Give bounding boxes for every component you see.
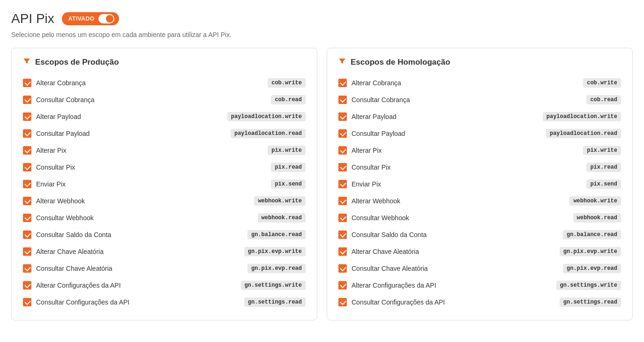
scope-left: Enviar Pix (338, 180, 381, 188)
scope-checkbox[interactable] (338, 180, 347, 188)
scope-left: Consultar Chave Aleatória (338, 264, 428, 273)
scope-checkbox[interactable] (338, 163, 347, 171)
scope-name: Consultar Saldo da Conta (352, 231, 427, 238)
scope-tag: pix.send (586, 179, 621, 189)
toggle-switch[interactable] (98, 14, 114, 23)
scope-tag: webhook.write (254, 196, 306, 206)
scope-checkbox[interactable] (338, 247, 347, 256)
scope-tag: gn.balance.read (247, 230, 306, 239)
scope-checkbox[interactable] (23, 197, 31, 205)
scope-row: Alterar Payloadpayloadlocation.write (23, 108, 306, 125)
scope-row: Alterar Payloadpayloadlocation.write (338, 108, 621, 125)
scope-checkbox[interactable] (338, 197, 347, 205)
scope-checkbox[interactable] (23, 298, 31, 306)
scope-left: Alterar Payload (338, 112, 397, 121)
scope-checkbox[interactable] (338, 264, 347, 273)
scope-row: Consultar Saldo da Contagn.balance.read (23, 226, 306, 243)
panels-container: Escopos de ProduçãoAlterar Cobrançacob.w… (11, 48, 633, 320)
scope-tag: cob.write (268, 78, 306, 88)
scope-row: Consultar Webhookwebhook.read (338, 209, 621, 226)
scope-tag: payloadlocation.write (543, 112, 621, 121)
scope-left: Consultar Cobrança (23, 96, 95, 104)
scope-row: Alterar Chave Aleatóriagn.pix.evp.write (338, 243, 621, 260)
scope-checkbox[interactable] (23, 146, 31, 155)
scope-checkbox[interactable] (338, 214, 347, 222)
scope-left: Consultar Saldo da Conta (338, 230, 427, 239)
scope-row: Alterar Chave Aleatóriagn.pix.evp.write (23, 243, 306, 260)
scope-checkbox[interactable] (23, 163, 31, 171)
scope-left: Alterar Payload (23, 112, 81, 121)
panel-production-header: Escopos de Produção (23, 58, 306, 67)
scope-row: Consultar Cobrançacob.read (23, 91, 306, 108)
scope-left: Alterar Pix (338, 146, 382, 155)
scope-row: Alterar Configurações da APIgn.settings.… (23, 277, 306, 294)
scope-name: Alterar Webhook (36, 197, 85, 205)
scope-name: Consultar Webhook (352, 214, 409, 222)
scope-checkbox[interactable] (23, 214, 31, 222)
scope-name: Alterar Cobrança (352, 79, 401, 87)
scope-checkbox[interactable] (23, 264, 31, 273)
scope-tag: gn.balance.read (563, 230, 621, 239)
scope-checkbox[interactable] (23, 79, 31, 87)
panel-homologation: Escopos de HomologaçãoAlterar Cobrançaco… (327, 48, 633, 320)
scope-checkbox[interactable] (23, 180, 31, 188)
scope-row: Consultar Configurações da APIgn.setting… (23, 294, 306, 311)
scope-tag: gn.pix.evp.read (563, 264, 621, 273)
scope-checkbox[interactable] (338, 281, 347, 290)
scope-left: Consultar Payload (23, 129, 90, 138)
scope-left: Consultar Cobrança (338, 96, 410, 104)
scope-tag: payloadlocation.read (231, 129, 306, 138)
scope-row: Consultar Payloadpayloadlocation.read (338, 125, 621, 142)
scope-checkbox[interactable] (23, 129, 31, 138)
scope-tag: pix.read (586, 163, 621, 172)
page-subtitle: Selecione pelo menos um escopo em cada a… (11, 31, 633, 38)
scope-row: Enviar Pixpix.send (338, 176, 621, 193)
scope-left: Alterar Cobrança (23, 79, 86, 87)
scope-checkbox[interactable] (338, 112, 347, 121)
scope-row: Consultar Configurações da APIgn.setting… (338, 294, 621, 311)
scope-checkbox[interactable] (338, 230, 347, 239)
panel-production: Escopos de ProduçãoAlterar Cobrançacob.w… (11, 48, 317, 320)
scope-tag: gn.pix.evp.write (244, 247, 306, 256)
scope-name: Enviar Pix (36, 180, 66, 188)
scope-name: Alterar Chave Aleatória (36, 248, 104, 255)
scope-checkbox[interactable] (338, 79, 347, 87)
scope-left: Enviar Pix (23, 180, 66, 188)
scope-row: Consultar Chave Aleatóriagn.pix.evp.read (23, 260, 306, 277)
scope-checkbox[interactable] (23, 112, 31, 121)
scope-checkbox[interactable] (338, 298, 347, 306)
page-header: API Pix ATIVADO (11, 11, 633, 26)
scope-left: Alterar Webhook (23, 197, 85, 205)
scope-name: Alterar Configurações da API (36, 282, 121, 289)
page-title: API Pix (11, 11, 54, 26)
scope-left: Alterar Configurações da API (23, 281, 121, 290)
scope-row: Alterar Cobrançacob.write (23, 74, 306, 91)
scope-left: Consultar Webhook (338, 214, 409, 222)
scope-row: Alterar Webhookwebhook.write (23, 193, 306, 209)
scope-tag: cob.read (271, 95, 306, 104)
scope-checkbox[interactable] (23, 247, 31, 256)
filter-icon (23, 58, 30, 67)
scope-name: Alterar Webhook (352, 197, 400, 205)
scope-tag: webhook.write (569, 196, 621, 206)
filter-icon (338, 58, 346, 67)
panel-homologation-title: Escopos de Homologação (351, 58, 450, 67)
scope-checkbox[interactable] (338, 96, 347, 104)
scope-left: Alterar Pix (23, 146, 67, 155)
scope-checkbox[interactable] (23, 230, 31, 239)
scope-name: Consultar Chave Aleatória (352, 265, 428, 272)
scope-left: Consultar Saldo da Conta (23, 230, 111, 239)
status-label: ATIVADO (68, 15, 95, 22)
scope-checkbox[interactable] (338, 129, 347, 138)
scope-row: Consultar Payloadpayloadlocation.read (23, 125, 306, 142)
scope-name: Consultar Pix (36, 164, 75, 171)
scope-left: Consultar Configurações da API (338, 298, 445, 306)
scope-left: Consultar Webhook (23, 214, 94, 222)
panel-homologation-header: Escopos de Homologação (338, 58, 621, 67)
scope-row: Consultar Saldo da Contagn.balance.read (338, 226, 621, 243)
status-badge-toggle[interactable]: ATIVADO (62, 12, 119, 25)
scope-checkbox[interactable] (338, 146, 347, 155)
scope-checkbox[interactable] (23, 96, 31, 104)
scope-name: Alterar Cobrança (36, 79, 86, 87)
scope-checkbox[interactable] (23, 281, 31, 290)
